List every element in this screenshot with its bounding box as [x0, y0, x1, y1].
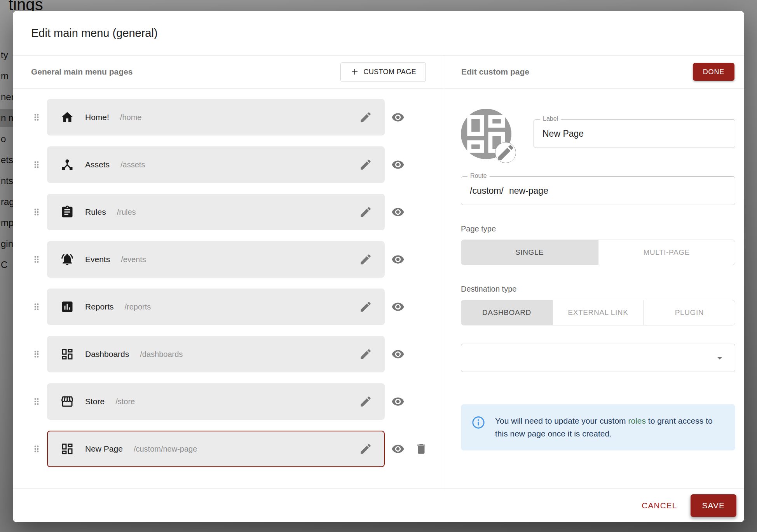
pencil-icon: [495, 143, 516, 163]
visibility-toggle-button[interactable]: [391, 348, 405, 361]
eye-icon: [391, 300, 405, 313]
eye-icon: [391, 205, 405, 219]
page-type-label: Page type: [461, 224, 735, 233]
pencil-icon: [359, 395, 372, 408]
delete-item-button[interactable]: [415, 442, 428, 456]
edit-item-button[interactable]: [359, 348, 372, 361]
drag-handle-icon[interactable]: [31, 444, 42, 454]
custom-page-button[interactable]: CUSTOM PAGE: [340, 62, 426, 82]
page-icon-avatar: [461, 109, 511, 159]
menu-item-card[interactable]: Reports /reports: [47, 289, 385, 325]
visibility-toggle-button[interactable]: [391, 395, 405, 408]
page-type-multi-page[interactable]: MULTI-PAGE: [598, 240, 735, 265]
chevron-down-icon: [714, 352, 726, 364]
destination-type-label: Destination type: [461, 285, 735, 294]
pencil-icon: [359, 111, 372, 124]
drag-handle-icon[interactable]: [31, 254, 42, 264]
menu-item-label: Reports: [85, 302, 114, 311]
bar-chart-icon: [60, 300, 74, 314]
visibility-toggle-button[interactable]: [391, 300, 405, 313]
edit-item-button[interactable]: [359, 253, 372, 266]
drag-handle-icon[interactable]: [31, 207, 42, 217]
device-hub-icon: [60, 158, 74, 172]
label-field-value: New Page: [542, 129, 584, 139]
menu-item-card[interactable]: New Page /custom/new-page: [47, 431, 385, 467]
route-field-label: Route: [467, 172, 490, 179]
label-field-label: Label: [540, 115, 561, 122]
edit-item-button[interactable]: [359, 395, 372, 408]
route-field-value: new-page: [509, 186, 548, 196]
route-field[interactable]: Route /custom/ new-page: [461, 176, 735, 205]
destination-dashboard[interactable]: DASHBOARD: [461, 300, 552, 325]
menu-items-list: Home! /home Assets /assets Rules /rules: [13, 89, 444, 478]
menu-item-route: /assets: [120, 160, 145, 169]
destination-external-link[interactable]: EXTERNAL LINK: [552, 300, 644, 325]
pencil-icon: [359, 205, 372, 219]
edit-item-button[interactable]: [359, 205, 372, 219]
menu-item-label: Assets: [85, 160, 110, 169]
edit-custom-page-panel: Edit custom page DONE Label N: [444, 56, 744, 488]
menu-item-label: Events: [85, 255, 110, 264]
dashboard-select[interactable]: [461, 344, 735, 372]
destination-type-toggle: DASHBOARD EXTERNAL LINK PLUGIN: [461, 300, 735, 325]
menu-item-route: /store: [115, 397, 135, 406]
menu-item-card[interactable]: Rules /rules: [47, 194, 385, 230]
edit-item-button[interactable]: [359, 300, 372, 313]
menu-item-card[interactable]: Dashboards /dashboards: [47, 336, 385, 372]
pencil-icon: [359, 442, 372, 456]
notifications-icon: [60, 252, 74, 266]
edit-icon-button[interactable]: [495, 142, 516, 163]
menu-item-card[interactable]: Store /store: [47, 383, 385, 420]
menu-item-route: /custom/new-page: [134, 445, 197, 454]
pencil-icon: [359, 300, 372, 313]
save-button[interactable]: SAVE: [691, 494, 736, 517]
eye-icon: [391, 348, 405, 361]
edit-main-menu-dialog: Edit main menu (general) General main me…: [13, 11, 744, 522]
page-type-single[interactable]: SINGLE: [461, 240, 598, 265]
eye-icon: [391, 253, 405, 266]
visibility-toggle-button[interactable]: [391, 111, 405, 124]
drag-handle-icon[interactable]: [31, 396, 42, 407]
menu-item-route: /reports: [125, 303, 151, 311]
menu-item-card[interactable]: Home! /home: [47, 99, 385, 136]
roles-info-banner: You will need to update your custom role…: [461, 404, 735, 450]
visibility-toggle-button[interactable]: [391, 158, 405, 171]
drag-handle-icon[interactable]: [31, 349, 42, 359]
dashboard-icon: [60, 442, 74, 456]
eye-icon: [391, 442, 405, 456]
dialog-title: Edit main menu (general): [13, 11, 744, 56]
cancel-button[interactable]: CANCEL: [642, 501, 677, 510]
drag-handle-icon[interactable]: [31, 302, 42, 312]
menu-item-card[interactable]: Events /events: [47, 241, 385, 278]
menu-item-label: Home!: [85, 113, 109, 122]
edit-item-button[interactable]: [359, 158, 372, 171]
edit-item-button[interactable]: [359, 442, 372, 456]
assignment-icon: [60, 205, 74, 219]
roles-info-text: You will need to update your custom role…: [495, 415, 724, 440]
menu-item-row: Store /store: [13, 383, 444, 420]
menu-item-row: New Page /custom/new-page: [13, 431, 444, 467]
dashboard-icon: [60, 347, 74, 361]
pencil-icon: [359, 348, 372, 361]
plus-icon: [350, 67, 359, 76]
visibility-toggle-button[interactable]: [391, 205, 405, 219]
visibility-toggle-button[interactable]: [391, 442, 405, 456]
pencil-icon: [359, 253, 372, 266]
roles-link[interactable]: roles: [628, 416, 646, 425]
menu-item-label: Rules: [85, 207, 106, 217]
menu-pages-panel-title: General main menu pages: [31, 67, 133, 76]
edit-item-button[interactable]: [359, 111, 372, 124]
storefront-icon: [60, 395, 74, 409]
menu-item-card[interactable]: Assets /assets: [47, 146, 385, 183]
destination-plugin[interactable]: PLUGIN: [644, 300, 735, 325]
drag-handle-icon[interactable]: [31, 160, 42, 170]
menu-item-route: /home: [120, 113, 142, 122]
visibility-toggle-button[interactable]: [391, 253, 405, 266]
menu-item-route: /rules: [117, 208, 136, 217]
page-type-toggle: SINGLE MULTI-PAGE: [461, 240, 735, 265]
label-field[interactable]: Label New Page: [534, 119, 735, 148]
eye-icon: [391, 395, 405, 408]
drag-handle-icon[interactable]: [31, 112, 42, 122]
done-button[interactable]: DONE: [693, 63, 734, 81]
menu-item-row: Dashboards /dashboards: [13, 336, 444, 372]
